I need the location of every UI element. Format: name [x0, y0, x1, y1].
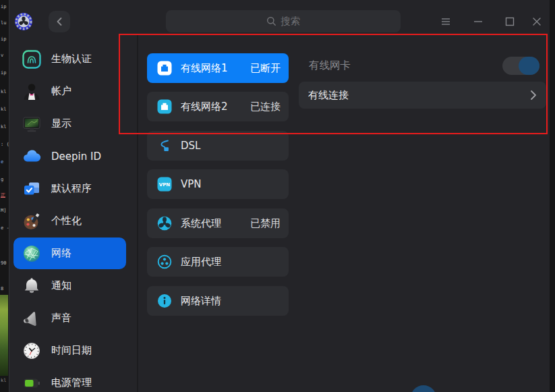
battery-icon: [20, 372, 43, 392]
system-proxy-icon: [156, 215, 173, 231]
speaker-icon: [20, 307, 43, 330]
network-item-label: DSL: [181, 140, 200, 152]
terminal-text: e: [1, 159, 3, 165]
display-icon: [20, 113, 43, 136]
app-proxy-icon: [156, 254, 173, 270]
clock-icon: [20, 339, 43, 362]
minimize-icon: [473, 18, 484, 26]
terminal-text: kl: [1, 378, 6, 383]
terminal-text: 正: [1, 192, 5, 198]
network-globe-icon: [20, 242, 43, 265]
terminal-text: kl: [1, 107, 6, 112]
sidebar-item-datetime[interactable]: 时间日期: [13, 335, 126, 366]
vpn-badge-icon: VPN: [156, 176, 173, 192]
default-apps-icon: [20, 177, 43, 200]
sidebar-item-default-apps[interactable]: 默认程序: [13, 173, 126, 204]
terminal-text: e -: [1, 225, 9, 231]
maximize-icon: [504, 16, 515, 27]
sidebar-item-accounts[interactable]: 帐户: [13, 76, 126, 107]
sidebar-item-notifications[interactable]: 通知: [13, 270, 126, 302]
network-item-dsl[interactable]: DSL: [147, 131, 289, 161]
menu-button[interactable]: [438, 13, 454, 30]
sidebar-item-label: 电源管理: [51, 376, 92, 389]
sidebar-item-label: 网络: [51, 247, 71, 260]
chevron-left-icon: [55, 17, 63, 26]
sidebar-item-label: 默认程序: [51, 182, 92, 195]
sidebar-item-label: 声音: [51, 312, 71, 325]
terminal-text: : (: [1, 142, 9, 147]
info-icon: [156, 293, 173, 309]
sidebar-item-label: 通知: [51, 279, 71, 292]
search-icon: [266, 16, 276, 26]
close-button[interactable]: [529, 13, 545, 30]
network-item-label: VPN: [181, 178, 202, 190]
sidebar-item-network[interactable]: 网络: [13, 237, 126, 269]
hamburger-menu-icon: [440, 18, 451, 26]
fingerprint-icon: [20, 48, 43, 71]
terminal-text: M]: [1, 208, 6, 213]
dsl-cable-icon: [156, 138, 173, 154]
sidebar-item-display[interactable]: 显示: [13, 108, 126, 140]
cloud-icon: [20, 145, 43, 168]
desktop-wallpaper: [0, 295, 8, 376]
sidebar-item-power[interactable]: 电源管理: [13, 367, 126, 392]
search-placeholder: 搜索: [281, 15, 300, 28]
network-item-label: 系统代理: [181, 217, 221, 230]
network-item-vpn[interactable]: VPN VPN: [147, 169, 289, 199]
network-item-details[interactable]: 网络详情: [147, 286, 289, 316]
annotation-highlight-box: [119, 34, 548, 134]
bell-icon: [20, 275, 43, 298]
sidebar-item-label: 显示: [51, 117, 71, 130]
maximize-button[interactable]: [502, 13, 518, 30]
sidebar-item-sound[interactable]: 声音: [13, 302, 126, 334]
terminal-text: v: [1, 53, 3, 58]
sidebar-item-label: 生物认证: [51, 53, 92, 65]
network-item-system-proxy[interactable]: 系统代理 已禁用: [147, 208, 289, 238]
terminal-text: g: [1, 177, 3, 182]
account-icon: [20, 80, 43, 103]
back-button[interactable]: [49, 11, 70, 32]
network-item-app-proxy[interactable]: 应用代理: [147, 247, 289, 277]
sidebar-item-label: 时间日期: [51, 344, 92, 357]
network-item-label: 应用代理: [181, 256, 221, 269]
terminal-text: kl: [1, 124, 6, 130]
minimize-button[interactable]: [470, 13, 486, 30]
network-item-status: 已禁用: [250, 217, 281, 230]
search-input[interactable]: 搜索: [166, 10, 401, 32]
close-icon: [531, 16, 542, 27]
sidebar-item-label: 个性化: [51, 215, 82, 227]
terminal-text: 90: [1, 260, 6, 266]
app-logo-icon: [14, 12, 33, 31]
desktop-background-right: [550, 0, 555, 392]
desktop-background: ip lu ip v ip kl kl kl : ( e g 正 M] e - …: [0, 0, 9, 392]
terminal-text: ip: [1, 36, 6, 42]
sidebar-item-label: 帐户: [51, 85, 71, 98]
sidebar-item-biometric[interactable]: 生物认证: [13, 43, 126, 75]
sidebar-item-personalization[interactable]: 个性化: [13, 205, 126, 237]
svg-text:VPN: VPN: [159, 182, 171, 188]
sidebar-item-deepin-id[interactable]: Deepin ID: [13, 140, 126, 172]
palette-icon: [20, 210, 43, 233]
network-item-label: 网络详情: [181, 295, 221, 308]
terminal-text: 8: [1, 286, 3, 291]
terminal-text: kl: [1, 89, 6, 94]
terminal-text: ip: [1, 4, 6, 9]
terminal-text: lu: [1, 20, 6, 26]
terminal-text: ip: [1, 70, 6, 76]
sidebar-item-label: Deepin ID: [51, 150, 101, 163]
